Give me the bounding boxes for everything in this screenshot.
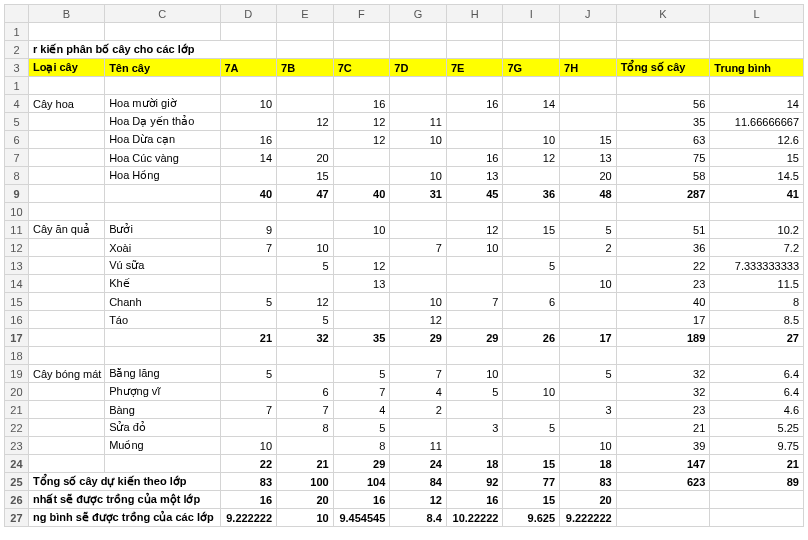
cell[interactable]: 63 xyxy=(616,131,710,149)
cell[interactable]: 11 xyxy=(390,113,447,131)
cell[interactable] xyxy=(28,185,104,203)
cell[interactable] xyxy=(28,149,104,167)
cell[interactable]: 18 xyxy=(560,455,617,473)
cell[interactable] xyxy=(28,347,104,365)
cell[interactable]: 8 xyxy=(277,419,334,437)
cell[interactable]: 89 xyxy=(710,473,804,491)
cell[interactable]: 23 xyxy=(616,275,710,293)
col-J[interactable]: J xyxy=(560,5,617,23)
cell[interactable] xyxy=(390,77,447,95)
cell[interactable] xyxy=(333,239,390,257)
row-header[interactable]: 12 xyxy=(5,239,29,257)
cell[interactable]: 17 xyxy=(616,311,710,329)
cell[interactable]: 10.22222 xyxy=(446,509,503,527)
cell[interactable] xyxy=(560,77,617,95)
cell[interactable]: 14 xyxy=(503,95,560,113)
cell[interactable] xyxy=(560,383,617,401)
cell[interactable] xyxy=(105,329,220,347)
cell[interactable]: Táo xyxy=(105,311,220,329)
cell[interactable]: 10 xyxy=(390,131,447,149)
cell[interactable]: 10 xyxy=(277,509,334,527)
cell[interactable] xyxy=(710,509,804,527)
cell[interactable] xyxy=(560,293,617,311)
cell[interactable] xyxy=(503,347,560,365)
cell[interactable]: 45 xyxy=(446,185,503,203)
cell[interactable] xyxy=(277,77,334,95)
cell[interactable] xyxy=(616,203,710,221)
cell[interactable]: Chanh xyxy=(105,293,220,311)
cell[interactable]: 75 xyxy=(616,149,710,167)
cell[interactable]: 287 xyxy=(616,185,710,203)
row-header[interactable]: 17 xyxy=(5,329,29,347)
cell[interactable]: 14 xyxy=(710,95,804,113)
cell[interactable] xyxy=(560,23,617,41)
row-header[interactable]: 3 xyxy=(5,59,29,77)
cell[interactable]: Hoa Dừa cạn xyxy=(105,131,220,149)
cell[interactable]: 58 xyxy=(616,167,710,185)
cell[interactable] xyxy=(503,113,560,131)
cell[interactable] xyxy=(446,131,503,149)
cell[interactable]: 29 xyxy=(390,329,447,347)
cell[interactable] xyxy=(503,365,560,383)
row-header[interactable]: 19 xyxy=(5,365,29,383)
cell[interactable]: Muồng xyxy=(105,437,220,455)
cell[interactable] xyxy=(503,437,560,455)
cell[interactable] xyxy=(616,509,710,527)
col-L[interactable]: L xyxy=(710,5,804,23)
cell[interactable] xyxy=(333,41,390,59)
cell[interactable] xyxy=(560,347,617,365)
cell[interactable]: 10 xyxy=(277,239,334,257)
cell[interactable]: 11.5 xyxy=(710,275,804,293)
cell[interactable]: Cây bóng mát xyxy=(28,365,104,383)
col-F[interactable]: F xyxy=(333,5,390,23)
cell[interactable]: 15 xyxy=(503,221,560,239)
cell[interactable] xyxy=(277,275,334,293)
cell[interactable]: 9.625 xyxy=(503,509,560,527)
cell[interactable]: 21 xyxy=(220,329,277,347)
cell[interactable]: 8 xyxy=(710,293,804,311)
cell[interactable] xyxy=(560,41,617,59)
cell[interactable]: Sửa đỏ xyxy=(105,419,220,437)
cell[interactable] xyxy=(220,257,277,275)
cell[interactable]: 12 xyxy=(277,113,334,131)
cell[interactable] xyxy=(105,77,220,95)
cell[interactable] xyxy=(446,347,503,365)
cell[interactable]: 4 xyxy=(333,401,390,419)
cell[interactable]: 9.222222 xyxy=(220,509,277,527)
cell[interactable]: 40 xyxy=(220,185,277,203)
cell[interactable]: 12 xyxy=(390,311,447,329)
cell[interactable]: 9.75 xyxy=(710,437,804,455)
cell[interactable]: 7 xyxy=(220,239,277,257)
cell[interactable] xyxy=(28,329,104,347)
cell[interactable] xyxy=(503,203,560,221)
cell[interactable]: 16 xyxy=(446,491,503,509)
cell[interactable]: 5 xyxy=(503,257,560,275)
row-header[interactable]: 4 xyxy=(5,95,29,113)
cell[interactable]: 147 xyxy=(616,455,710,473)
cell[interactable] xyxy=(390,419,447,437)
cell[interactable]: Hoa Hồng xyxy=(105,167,220,185)
col-H[interactable]: H xyxy=(446,5,503,23)
cell[interactable]: 20 xyxy=(277,491,334,509)
cell[interactable] xyxy=(277,131,334,149)
cell[interactable]: 10 xyxy=(446,239,503,257)
cell[interactable] xyxy=(277,221,334,239)
cell[interactable]: 12 xyxy=(277,293,334,311)
cell[interactable]: 12 xyxy=(390,491,447,509)
cell[interactable]: 15 xyxy=(503,455,560,473)
cell[interactable]: 8.4 xyxy=(390,509,447,527)
cell[interactable]: 6 xyxy=(277,383,334,401)
cell[interactable]: 623 xyxy=(616,473,710,491)
cell[interactable]: 16 xyxy=(333,491,390,509)
cell[interactable] xyxy=(277,23,334,41)
row-header[interactable]: 13 xyxy=(5,257,29,275)
cell[interactable]: 24 xyxy=(390,455,447,473)
cell[interactable] xyxy=(446,23,503,41)
row-header[interactable]: 8 xyxy=(5,167,29,185)
row-header[interactable]: 15 xyxy=(5,293,29,311)
cell[interactable] xyxy=(390,23,447,41)
cell[interactable] xyxy=(105,23,220,41)
cell[interactable]: 13 xyxy=(333,275,390,293)
cell[interactable]: 20 xyxy=(560,491,617,509)
cell[interactable]: Vú sữa xyxy=(105,257,220,275)
